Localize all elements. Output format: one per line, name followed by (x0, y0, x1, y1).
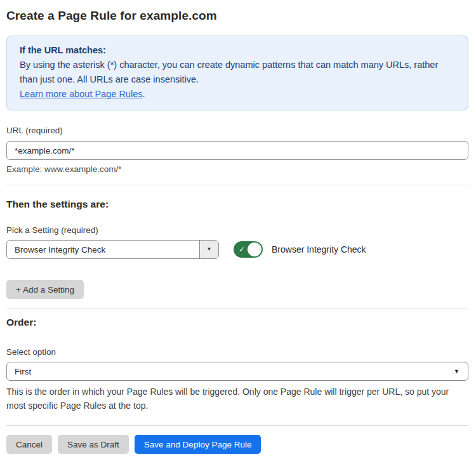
settings-section-heading: Then the settings are: (6, 199, 468, 210)
info-box-link-line: Learn more about Page Rules. (20, 87, 455, 102)
pick-setting-label: Pick a Setting (required) (6, 225, 468, 235)
order-select[interactable]: First ▼ (6, 362, 468, 381)
url-example-helper: Example: www.example.com/* (6, 164, 468, 174)
browser-integrity-check-toggle[interactable]: ✓ (234, 241, 263, 258)
divider (6, 308, 468, 308)
setting-dropdown-arrow-button[interactable]: ▼ (199, 241, 218, 258)
url-match-info-box: If the URL matches: By using the asteris… (6, 36, 468, 110)
footer-actions: Cancel Save as Draft Save and Deploy Pag… (6, 435, 468, 454)
add-setting-button[interactable]: + Add a Setting (6, 280, 84, 299)
order-section-heading: Order: (6, 317, 468, 328)
info-box-heading: If the URL matches: (20, 43, 455, 58)
toggle-knob (248, 242, 261, 256)
learn-more-page-rules-link[interactable]: Learn more about Page Rules (20, 89, 142, 99)
setting-dropdown[interactable]: Browser Integrity Check ▼ (6, 240, 219, 259)
info-box-body: By using the asterisk (*) character, you… (20, 58, 455, 87)
chevron-down-icon: ▼ (454, 369, 459, 374)
save-as-draft-button[interactable]: Save as Draft (58, 435, 129, 454)
url-field-label: URL (required) (6, 126, 468, 135)
divider (6, 185, 468, 185)
order-select-label: Select option (6, 347, 468, 357)
toggle-setting-label: Browser Integrity Check (272, 244, 366, 255)
chevron-down-icon: ▼ (207, 247, 212, 252)
check-icon: ✓ (239, 245, 245, 254)
create-page-rule-panel: Create a Page Rule for example.com If th… (0, 0, 476, 457)
order-select-value: First (15, 367, 31, 376)
url-input[interactable] (6, 141, 468, 160)
cancel-button[interactable]: Cancel (6, 435, 52, 454)
info-link-suffix: . (142, 89, 145, 99)
save-and-deploy-button[interactable]: Save and Deploy Page Rule (135, 435, 261, 454)
setting-dropdown-value: Browser Integrity Check (7, 241, 199, 258)
setting-row: Browser Integrity Check ▼ ✓ Browser Inte… (6, 240, 468, 259)
divider (6, 425, 468, 426)
order-helper-text: This is the order in which your Page Rul… (6, 385, 468, 413)
page-title: Create a Page Rule for example.com (6, 9, 468, 23)
